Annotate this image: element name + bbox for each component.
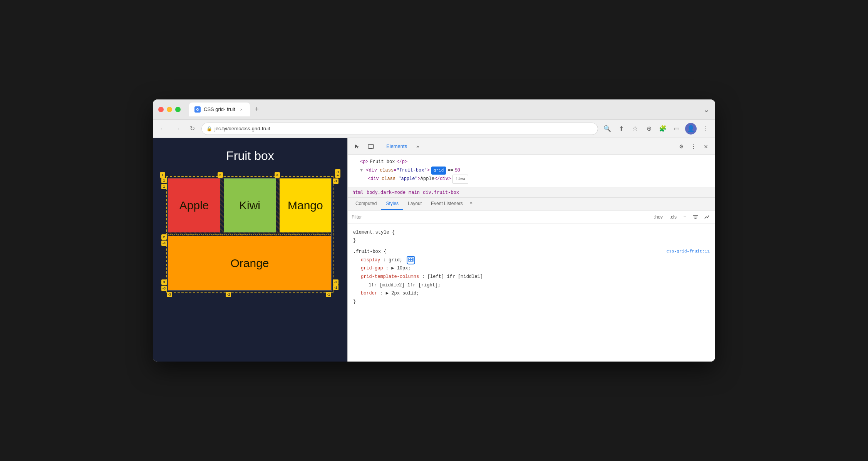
styles-toggle-button[interactable] [691, 213, 700, 221]
col-num-3: 3 [275, 172, 280, 178]
add-style-button[interactable]: + [682, 214, 688, 220]
kiwi-label: Kiwi [239, 199, 260, 212]
back-button[interactable]: ← [158, 123, 168, 134]
address-actions: 🔍 ⬆ ☆ ⊕ 🧩 ▭ 👤 ⋮ [602, 123, 710, 135]
devtools-settings-button[interactable]: ⚙ [676, 141, 687, 152]
gtc-prop-name: grid-template-columns [361, 274, 419, 279]
cls-button[interactable]: .cls [668, 214, 679, 220]
cast-button[interactable]: ▭ [671, 123, 682, 134]
svg-rect-5 [411, 260, 412, 261]
display-prop: display : grid; [353, 256, 710, 265]
address-input[interactable]: 🔒 jec.fyi/demo/css-grid-fruit [201, 123, 598, 135]
badge-grid[interactable]: grid [431, 167, 446, 175]
badge-flex[interactable]: flex [452, 175, 468, 184]
styles-tabs-more[interactable]: » [468, 198, 475, 210]
puzzle-button[interactable]: 🧩 [657, 123, 668, 134]
bc-main[interactable]: main [409, 190, 420, 195]
profile-button[interactable]: 👤 [685, 123, 697, 135]
dom-p-text: Fruit box [370, 158, 395, 167]
refresh-button[interactable]: ↻ [187, 123, 198, 134]
element-style-close: } [353, 237, 710, 245]
computed-tab[interactable]: Computed [351, 198, 381, 210]
styles-tabs-bar: Computed Styles Layout Event Listeners » [348, 198, 715, 210]
browser-window: G CSS grid- fruit × + ⌄ ← → ↻ 🔒 jec.fyi/… [153, 99, 715, 362]
dom-apple-tag: <div class="apple">Apple</div> [368, 175, 451, 183]
apple-label: Apple [179, 199, 209, 212]
computed-styles-button[interactable] [703, 213, 711, 221]
element-style-rule: element.style { } [348, 227, 715, 246]
maximize-traffic-light[interactable] [175, 107, 181, 112]
mango-cell: Mango [280, 178, 331, 232]
devtools-panel: Elements » ⚙ ⋮ ✕ <p> Fruit box </p> ▼ [347, 138, 715, 362]
devtools-panel-tabs: Elements » [382, 141, 673, 151]
dom-line-div: ▼ <div class="fruit-box"> grid == $0 [352, 167, 710, 175]
devtools-close-button[interactable]: ✕ [700, 141, 711, 152]
breadcrumb: html body.dark-mode main div.fruit-box [348, 187, 715, 198]
dom-dollar: $0 [455, 167, 460, 175]
event-listeners-tab[interactable]: Event Listeners [426, 198, 468, 210]
bookmark-button[interactable]: ☆ [630, 123, 640, 134]
inspect-element-button[interactable] [352, 141, 362, 152]
bc-div-fruitbox[interactable]: div.fruit-box [423, 190, 459, 195]
kiwi-cell: Kiwi [224, 178, 275, 232]
svg-rect-2 [409, 258, 410, 259]
active-tab[interactable]: G CSS grid- fruit × [189, 103, 250, 116]
tab-bar: G CSS grid- fruit × + [189, 103, 699, 116]
share-button[interactable]: ⬆ [616, 123, 627, 134]
grid-gap-prop-name: grid-gap [361, 266, 383, 271]
filter-actions: :hov .cls + [652, 213, 711, 221]
minimize-traffic-light[interactable] [167, 107, 172, 112]
tab-dropdown-button[interactable]: ⌄ [703, 105, 710, 114]
traffic-lights [158, 107, 181, 112]
close-traffic-light[interactable] [158, 107, 164, 112]
grid-inspector-button[interactable] [407, 256, 415, 264]
bc-html[interactable]: html [352, 190, 364, 195]
border-triangle[interactable]: ▶ [386, 291, 389, 296]
element-style-selector: element.style { [353, 229, 395, 236]
layout-tab[interactable]: Layout [403, 198, 426, 210]
border-prop-value: 2px solid; [391, 291, 419, 296]
col-right-neg1-mid: -2 [333, 279, 338, 285]
display-prop-value: grid; [389, 257, 402, 263]
tab-favicon: G [194, 106, 201, 113]
fruit-box-selector: .fruit-box { [353, 248, 386, 256]
forward-button[interactable]: → [172, 123, 183, 134]
svg-rect-6 [412, 258, 413, 259]
svg-rect-4 [409, 260, 410, 261]
panels-more-button[interactable]: » [412, 141, 423, 151]
hov-button[interactable]: :hov [652, 214, 665, 220]
grid-gap-triangle[interactable]: ▶ [391, 266, 394, 271]
grid-wrapper: 1 2 3 4 -1 1 1 2 -4 [161, 169, 340, 299]
elements-tab[interactable]: Elements [382, 141, 411, 151]
fruit-box-rule: .fruit-box { css-grid-fruit:11 display :… [348, 246, 715, 307]
zoom-button[interactable]: 🔍 [602, 123, 613, 134]
title-bar: G CSS grid- fruit × + ⌄ [153, 99, 715, 119]
dom-p-close-tag: </p> [396, 158, 407, 167]
element-style-header: element.style { [353, 229, 710, 236]
col-right-neg1-bot: -1 [333, 285, 338, 290]
styles-tab[interactable]: Styles [381, 198, 403, 210]
devtools-toolbar: Elements » ⚙ ⋮ ✕ [348, 138, 715, 155]
display-prop-name: display [361, 257, 380, 263]
orange-cell: Orange [168, 236, 331, 290]
extensions-button[interactable]: ⊕ [643, 123, 654, 134]
more-button[interactable]: ⋮ [700, 123, 710, 134]
fruit-box-close: } [353, 298, 710, 306]
row-num-1: 1 [161, 178, 167, 183]
svg-rect-0 [368, 145, 374, 148]
svg-rect-1 [369, 148, 372, 149]
device-toggle-button[interactable] [365, 141, 376, 152]
row-num-2: 2 [161, 234, 167, 240]
fruit-box-source[interactable]: css-grid-fruit:11 [667, 248, 710, 255]
bottom-neg3: -3 [167, 292, 172, 297]
bc-body[interactable]: body.dark-mode [367, 190, 406, 195]
grid-template-cols-prop: grid-template-columns : [left] 1fr [midd… [353, 273, 710, 281]
webpage: Fruit box 1 2 3 4 -1 1 1 [153, 138, 347, 362]
border-prop-name: border [361, 291, 377, 296]
filter-input[interactable] [352, 214, 649, 220]
devtools-more-button[interactable]: ⋮ [688, 141, 699, 152]
border-prop: border : ▶ 2px solid; [353, 289, 710, 298]
new-tab-button[interactable]: + [251, 104, 262, 115]
content-area: Fruit box 1 2 3 4 -1 1 1 [153, 138, 715, 362]
tab-close-button[interactable]: × [238, 106, 245, 113]
